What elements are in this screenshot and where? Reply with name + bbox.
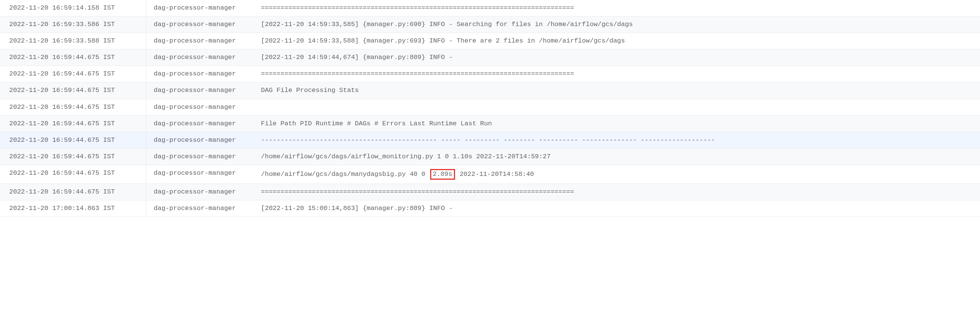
log-row[interactable]: 2022-11-20 16:59:44.675 ISTdag-processor… (0, 148, 980, 165)
log-row[interactable]: 2022-11-20 16:59:44.675 ISTdag-processor… (0, 66, 980, 82)
log-message: /home/airflow/gcs/dags/manydagsbig.py 40… (253, 165, 980, 184)
log-source: dag-processor-manager (146, 165, 253, 184)
log-row[interactable]: 2022-11-20 16:59:44.675 ISTdag-processor… (0, 82, 980, 99)
log-timestamp: 2022-11-20 16:59:44.675 IST (0, 148, 146, 165)
log-message: [2022-11-20 14:59:33,585] {manager.py:69… (253, 16, 980, 33)
log-row[interactable]: 2022-11-20 16:59:14.158 ISTdag-processor… (0, 0, 980, 16)
log-source: dag-processor-manager (146, 200, 253, 217)
log-timestamp: 2022-11-20 16:59:44.675 IST (0, 165, 146, 184)
log-timestamp: 2022-11-20 16:59:44.675 IST (0, 82, 146, 99)
log-message: File Path PID Runtime # DAGs # Errors La… (253, 115, 980, 132)
log-message: [2022-11-20 14:59:33,588] {manager.py:69… (253, 33, 980, 49)
log-row[interactable]: 2022-11-20 16:59:44.675 ISTdag-processor… (0, 115, 980, 132)
log-source: dag-processor-manager (146, 132, 253, 148)
log-row[interactable]: 2022-11-20 16:59:44.675 ISTdag-processor… (0, 184, 980, 200)
log-timestamp: 2022-11-20 16:59:44.675 IST (0, 184, 146, 200)
log-message: /home/airflow/gcs/dags/airflow_monitorin… (253, 148, 980, 165)
log-message-post: 2022-11-20T14:58:40 (456, 171, 534, 178)
log-source: dag-processor-manager (146, 99, 253, 115)
log-source: dag-processor-manager (146, 82, 253, 99)
log-timestamp: 2022-11-20 16:59:44.675 IST (0, 66, 146, 82)
log-message: [2022-11-20 15:00:14,863] {manager.py:80… (253, 200, 980, 217)
log-message: ========================================… (253, 0, 980, 16)
log-table: 2022-11-20 16:59:14.158 ISTdag-processor… (0, 0, 980, 217)
log-timestamp: 2022-11-20 16:59:44.675 IST (0, 49, 146, 66)
log-message: [2022-11-20 14:59:44,674] {manager.py:80… (253, 49, 980, 66)
log-message: DAG File Processing Stats (253, 82, 980, 99)
log-timestamp: 2022-11-20 16:59:44.675 IST (0, 132, 146, 148)
log-timestamp: 2022-11-20 16:59:14.158 IST (0, 0, 146, 16)
log-row[interactable]: 2022-11-20 17:00:14.863 ISTdag-processor… (0, 200, 980, 217)
log-source: dag-processor-manager (146, 148, 253, 165)
log-timestamp: 2022-11-20 16:59:33.586 IST (0, 16, 146, 33)
log-tbody: 2022-11-20 16:59:14.158 ISTdag-processor… (0, 0, 980, 217)
log-row[interactable]: 2022-11-20 16:59:44.675 ISTdag-processor… (0, 165, 980, 184)
log-message: ========================================… (253, 66, 980, 82)
log-row[interactable]: 2022-11-20 16:59:44.675 ISTdag-processor… (0, 49, 980, 66)
highlight-box: 2.89s (430, 169, 455, 180)
log-source: dag-processor-manager (146, 49, 253, 66)
log-source: dag-processor-manager (146, 66, 253, 82)
log-message: ----------------------------------------… (253, 132, 980, 148)
log-source: dag-processor-manager (146, 33, 253, 49)
log-timestamp: 2022-11-20 16:59:44.675 IST (0, 115, 146, 132)
log-source: dag-processor-manager (146, 16, 253, 33)
log-source: dag-processor-manager (146, 184, 253, 200)
log-message: ========================================… (253, 184, 980, 200)
log-source: dag-processor-manager (146, 0, 253, 16)
log-message (253, 99, 980, 115)
log-row[interactable]: 2022-11-20 16:59:44.675 ISTdag-processor… (0, 99, 980, 115)
log-timestamp: 2022-11-20 17:00:14.863 IST (0, 200, 146, 217)
log-row[interactable]: 2022-11-20 16:59:33.588 ISTdag-processor… (0, 33, 980, 49)
log-message-pre: /home/airflow/gcs/dags/manydagsbig.py 40… (261, 171, 429, 178)
log-timestamp: 2022-11-20 16:59:44.675 IST (0, 99, 146, 115)
log-row[interactable]: 2022-11-20 16:59:33.586 ISTdag-processor… (0, 16, 980, 33)
log-source: dag-processor-manager (146, 115, 253, 132)
log-timestamp: 2022-11-20 16:59:33.588 IST (0, 33, 146, 49)
log-row[interactable]: 2022-11-20 16:59:44.675 ISTdag-processor… (0, 132, 980, 148)
